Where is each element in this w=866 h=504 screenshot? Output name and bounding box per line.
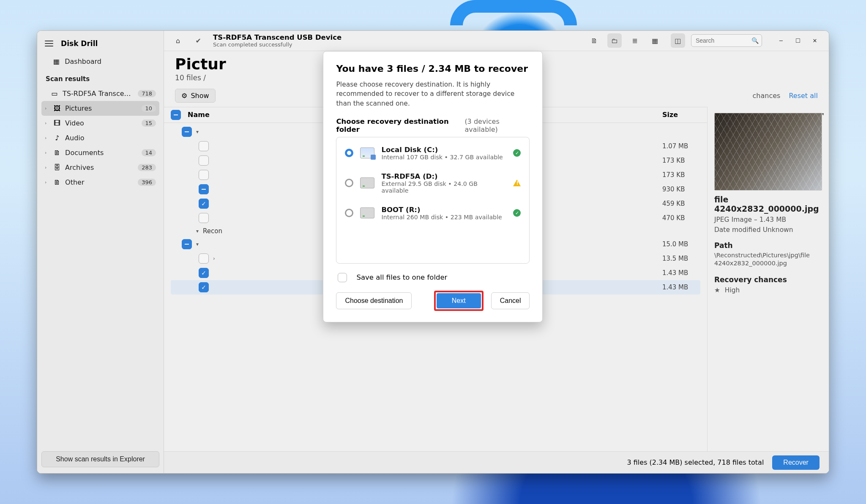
devices-available-label: (3 devices available) (464, 117, 530, 133)
destination-name: BOOT (R:) (381, 206, 506, 214)
destination-sub: Internal 107 GB disk • 32.7 GB available (381, 154, 506, 161)
disk-icon (360, 207, 374, 218)
app-window: Disk Drill ▦ Dashboard Scan results ▭ TS… (37, 30, 829, 474)
modal-overlay: You have 3 files / 2.34 MB to recover Pl… (37, 31, 829, 474)
next-button[interactable]: Next (437, 293, 481, 308)
status-ok-icon: ✓ (513, 209, 521, 217)
destination-option[interactable]: BOOT (R:)Internal 260 MB disk • 223 MB a… (337, 200, 528, 226)
save-one-folder-label: Save all files to one folder (356, 273, 447, 281)
destination-name: Local Disk (C:) (381, 146, 506, 154)
destination-radio[interactable] (345, 209, 353, 217)
destination-sub: External 29.5 GB disk • 24.0 GB availabl… (381, 180, 506, 194)
disk-icon (360, 147, 374, 158)
choose-destination-button[interactable]: Choose destination (336, 292, 412, 309)
status-warn-icon (513, 180, 521, 186)
status-ok-icon: ✓ (513, 149, 521, 157)
destination-radio[interactable] (345, 149, 353, 157)
modal-title: You have 3 files / 2.34 MB to recover (336, 63, 530, 74)
destination-option[interactable]: Local Disk (C:)Internal 107 GB disk • 32… (337, 140, 528, 166)
destination-radio[interactable] (345, 179, 353, 187)
cancel-button[interactable]: Cancel (491, 292, 530, 309)
destination-list: Local Disk (C:)Internal 107 GB disk • 32… (336, 137, 530, 264)
destination-sub: Internal 260 MB disk • 223 MB available (381, 214, 506, 221)
recovery-destination-modal: You have 3 files / 2.34 MB to recover Pl… (323, 51, 543, 322)
disk-icon (360, 177, 374, 188)
destination-option[interactable]: TS-RDF5A (D:)External 29.5 GB disk • 24.… (337, 166, 528, 200)
destination-name: TS-RDF5A (D:) (381, 172, 506, 180)
next-button-highlight: Next (434, 291, 484, 311)
modal-description: Please choose recovery destination. It i… (336, 80, 530, 108)
save-one-folder-checkbox[interactable] (338, 273, 347, 282)
choose-destination-label: Choose recovery destination folder (336, 117, 464, 133)
